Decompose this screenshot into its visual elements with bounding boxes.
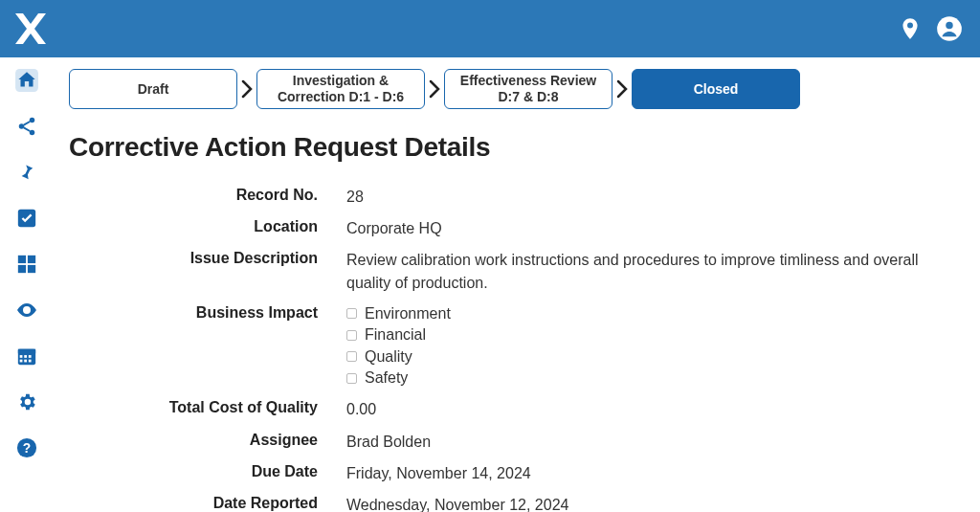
label-assignee: Assignee xyxy=(69,431,318,453)
value-due-date: Friday, November 14, 2024 xyxy=(346,462,921,484)
impact-item: Quality xyxy=(346,346,921,367)
svg-point-5 xyxy=(30,130,35,136)
nav-check-icon[interactable] xyxy=(13,205,40,232)
checkbox-icon[interactable] xyxy=(346,351,357,362)
topbar xyxy=(0,0,980,57)
workflow-step-draft[interactable]: Draft xyxy=(69,69,237,109)
svg-rect-14 xyxy=(20,355,23,358)
nav-share-icon[interactable] xyxy=(13,113,40,140)
nav-home-icon[interactable] xyxy=(13,67,40,94)
workflow-step-effectiveness[interactable]: Effectiveness Review D:7 & D:8 xyxy=(444,69,612,109)
svg-point-4 xyxy=(30,118,35,122)
label-total-cost: Total Cost of Quality xyxy=(69,398,318,420)
nav-settings-icon[interactable] xyxy=(13,389,40,415)
nav-calendar-icon[interactable] xyxy=(13,343,40,369)
svg-rect-19 xyxy=(29,360,32,363)
svg-rect-18 xyxy=(24,360,27,363)
page-title: Corrective Action Request Details xyxy=(69,132,957,163)
value-assignee: Brad Bolden xyxy=(346,431,921,453)
label-due-date: Due Date xyxy=(69,462,318,484)
value-date-reported: Wednesday, November 12, 2024 xyxy=(346,494,921,512)
checkbox-icon[interactable] xyxy=(346,308,357,319)
svg-text:?: ? xyxy=(23,441,31,456)
logo[interactable] xyxy=(11,10,50,48)
svg-point-11 xyxy=(25,308,29,312)
value-issue-desc: Review calibration work instructions and… xyxy=(346,249,921,293)
value-location: Corporate HQ xyxy=(346,217,921,239)
main-content: Draft Investigation & Correction D:1 - D… xyxy=(54,57,980,512)
impact-item: Environment xyxy=(346,303,921,324)
value-total-cost: 0.00 xyxy=(346,398,921,420)
checkbox-icon[interactable] xyxy=(346,373,357,384)
chevron-right-icon xyxy=(427,78,442,100)
user-icon[interactable] xyxy=(936,15,963,42)
workflow-steps: Draft Investigation & Correction D:1 - D… xyxy=(69,69,957,109)
label-date-reported: Date Reported xyxy=(69,494,318,512)
nav-eye-icon[interactable] xyxy=(13,297,40,323)
svg-rect-7 xyxy=(18,256,26,263)
svg-rect-15 xyxy=(24,355,27,358)
label-issue-desc: Issue Description xyxy=(69,249,318,293)
impact-item: Safety xyxy=(346,367,921,389)
chevron-right-icon xyxy=(239,78,255,100)
svg-point-1 xyxy=(946,22,952,29)
details-grid: Record No. 28 Location Corporate HQ Issu… xyxy=(69,186,957,512)
label-record-no: Record No. xyxy=(69,186,318,208)
chevron-right-icon xyxy=(614,78,630,100)
label-business-impact: Business Impact xyxy=(69,303,318,390)
svg-point-3 xyxy=(19,123,25,129)
svg-rect-13 xyxy=(18,349,35,354)
svg-rect-8 xyxy=(28,256,35,263)
location-icon[interactable] xyxy=(898,16,923,41)
value-business-impact: Environment Financial Quality Safety xyxy=(346,303,921,390)
workflow-step-closed[interactable]: Closed xyxy=(632,69,800,109)
label-location: Location xyxy=(69,217,318,239)
impact-item: Financial xyxy=(346,324,921,345)
nav-help-icon[interactable]: ? xyxy=(13,434,40,461)
nav-pin-icon[interactable] xyxy=(13,159,40,186)
svg-rect-9 xyxy=(18,265,26,273)
value-record-no: 28 xyxy=(346,186,921,208)
workflow-step-investigation[interactable]: Investigation & Correction D:1 - D:6 xyxy=(256,69,425,109)
svg-rect-10 xyxy=(28,265,35,273)
sidebar: ? xyxy=(0,57,54,512)
svg-rect-17 xyxy=(20,360,23,363)
checkbox-icon[interactable] xyxy=(346,330,357,341)
nav-dashboard-icon[interactable] xyxy=(13,251,40,278)
svg-rect-16 xyxy=(29,355,32,358)
